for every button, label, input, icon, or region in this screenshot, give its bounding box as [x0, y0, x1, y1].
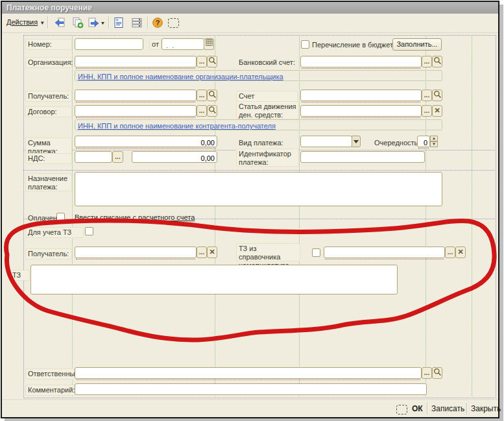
enter-writeoff-link[interactable]: Ввести списание с расчетного счета	[75, 213, 195, 221]
fill-button[interactable]: Заполнить...	[392, 38, 442, 51]
responsible-open-button[interactable]	[432, 367, 442, 379]
vat-label: НДС:	[25, 153, 72, 164]
organization-label: Организация:	[25, 57, 72, 68]
payment-kind-dropdown-button[interactable]	[352, 136, 361, 147]
bank-account-input-field[interactable]	[301, 58, 421, 68]
comment-label: Комментарий:	[25, 385, 75, 396]
copy-icon[interactable]	[69, 16, 85, 30]
magnifier-icon	[433, 90, 442, 99]
recipient-input	[75, 90, 197, 101]
bank-account-select-button[interactable]: ...	[422, 56, 432, 67]
vat-rate-select-button[interactable]: ...	[112, 151, 123, 163]
cash-flow-item-label: Статья движения ден. средств:	[236, 101, 299, 119]
group-line	[23, 170, 495, 171]
budget-transfer-checkbox[interactable]	[301, 40, 309, 49]
priority-label: Очередность:	[372, 138, 422, 149]
contract-open-button[interactable]	[207, 105, 217, 117]
organization-open-button[interactable]	[207, 56, 217, 67]
comment-input	[75, 383, 427, 395]
magnifier-icon	[433, 368, 442, 376]
number-input-field[interactable]	[75, 40, 143, 51]
payer-details-link[interactable]: ИНН, КПП и полное наименование организац…	[78, 73, 283, 80]
cash-flow-item-clear-button[interactable]: ✕	[432, 105, 442, 117]
tz-textarea[interactable]	[30, 265, 398, 295]
actions-menu[interactable]: Действия ▼	[6, 18, 45, 26]
organization-input	[75, 56, 197, 67]
cash-flow-item-select-button[interactable]: ...	[422, 105, 432, 117]
tz-from-catalog-checkbox[interactable]	[312, 248, 320, 257]
selection-frame-icon[interactable]	[165, 16, 181, 30]
responsible-input-field[interactable]	[75, 369, 421, 379]
recipient-select-button[interactable]: ...	[197, 90, 207, 101]
calendar-icon	[206, 39, 213, 46]
bank-account-label: Банковский счет:	[236, 57, 298, 68]
post-document-icon[interactable]	[51, 16, 67, 30]
toolbar-separator	[147, 16, 149, 29]
calendar-button[interactable]	[204, 38, 214, 50]
chevron-down-icon	[354, 140, 359, 146]
priority-spinner[interactable]: ▲▼	[430, 136, 438, 147]
priority-input-field[interactable]	[418, 138, 429, 148]
payment-kind-label: Вид платежа:	[236, 138, 298, 149]
date-input-field[interactable]	[162, 40, 204, 51]
footer-bar: ОК Записать Закрыть	[2, 400, 498, 417]
organization-input-field[interactable]	[75, 58, 196, 68]
bank-account-open-button[interactable]	[432, 56, 442, 67]
recipient-account-select-button[interactable]: ...	[422, 90, 432, 101]
magnifier-icon	[433, 56, 442, 65]
bank-account-input	[300, 56, 422, 67]
amount-input-field[interactable]	[75, 138, 217, 148]
responsible-select-button[interactable]: ...	[422, 367, 432, 379]
tz-account-label: Для учета ТЗ	[25, 227, 84, 238]
organization-select-button[interactable]: ...	[197, 56, 207, 67]
purpose-label: Назначение платежа:	[25, 173, 72, 191]
tz-recipient-select-button[interactable]: ...	[197, 247, 207, 258]
register-records-icon[interactable]	[129, 16, 145, 30]
magnifier-icon	[208, 106, 217, 114]
payment-id-input-field[interactable]	[301, 153, 424, 163]
screenshot-stage: Платежное поручение Действия ▼ ?	[0, 0, 504, 421]
recipient-details-link[interactable]: ИНН, КПП и полное наименование контраген…	[78, 122, 276, 130]
save-button[interactable]: Записать	[431, 404, 464, 413]
toolbar: Действия ▼ ?	[2, 14, 498, 33]
purpose-textarea[interactable]	[75, 172, 442, 206]
tz-from-catalog-label: ТЗ из справочника номепнклатура	[236, 243, 300, 261]
vat-rate-input-field[interactable]	[75, 153, 112, 163]
tz-from-catalog-input	[324, 247, 445, 258]
tz-recipient-clear-button[interactable]: ✕	[207, 247, 217, 258]
toolbar-separator	[47, 16, 49, 29]
tz-recipient-input-field[interactable]	[75, 248, 196, 259]
cash-flow-item-input-field[interactable]	[301, 107, 421, 117]
payment-kind-input-field[interactable]	[301, 138, 352, 148]
magnifier-icon	[208, 56, 217, 65]
tz-from-catalog-input-field[interactable]	[324, 248, 444, 259]
help-icon[interactable]: ?	[150, 16, 165, 30]
recipient-open-button[interactable]	[207, 90, 217, 101]
priority-input	[417, 136, 430, 147]
payment-order-window: Платежное поручение Действия ▼ ?	[1, 1, 499, 418]
paid-checkbox[interactable]	[56, 213, 65, 221]
ok-button[interactable]: ОК	[412, 404, 423, 413]
tz-from-catalog-select-button[interactable]: ...	[445, 247, 455, 258]
selection-frame-icon[interactable]	[394, 402, 409, 416]
recipient-account-open-button[interactable]	[432, 90, 442, 101]
recipient-input-field[interactable]	[75, 91, 196, 102]
footer-separator	[427, 403, 428, 415]
journal-icon[interactable]	[111, 16, 126, 30]
amount-input	[75, 136, 217, 147]
recipient-details-panel: ИНН, КПП и полное наименование контраген…	[75, 119, 442, 130]
recipient-account-input-field[interactable]	[301, 91, 421, 102]
number-input	[75, 38, 143, 50]
splitter-guide	[299, 36, 300, 396]
contract-select-button[interactable]: ...	[197, 105, 207, 117]
tz-account-checkbox[interactable]	[85, 227, 93, 235]
footer-separator	[466, 403, 468, 415]
contract-input-field[interactable]	[75, 107, 196, 117]
close-button[interactable]: Закрыть	[471, 404, 501, 413]
contract-label: Договор:	[25, 106, 72, 117]
tz-from-catalog-clear-button[interactable]: ✕	[455, 247, 466, 258]
go-icon[interactable]	[87, 16, 106, 30]
date-input	[162, 38, 204, 50]
comment-input-field[interactable]	[75, 385, 426, 396]
vat-amount-input-field[interactable]	[132, 153, 217, 163]
